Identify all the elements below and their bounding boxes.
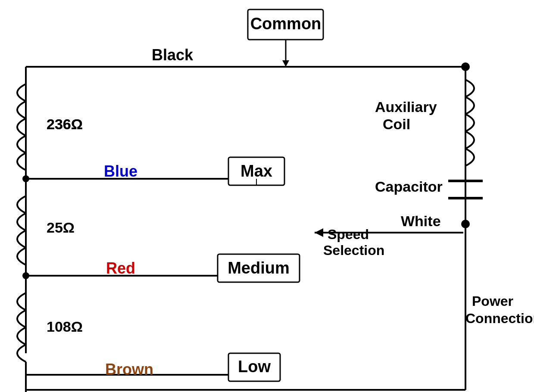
white-label: White — [401, 213, 441, 229]
common-label: Common — [250, 15, 322, 33]
low-label: Low — [238, 358, 271, 376]
brown-label: Brown — [105, 361, 153, 378]
medium-label: Medium — [228, 259, 290, 277]
coil-top — [17, 67, 26, 179]
red-label: Red — [106, 259, 135, 277]
blue-label: Blue — [104, 162, 137, 180]
speed-selection-label: Speed — [328, 227, 369, 242]
auxiliary-coil-label: Auxiliary — [375, 99, 437, 115]
coil-middle — [17, 179, 26, 276]
power-connections-label: Power — [472, 293, 513, 309]
power-connections-label2: Connections — [465, 311, 534, 326]
auxiliary-coil — [465, 80, 474, 181]
black-label: Black — [152, 46, 194, 64]
speed-selection-label2: Selection — [323, 243, 384, 258]
auxiliary-coil-label2: Coil — [383, 116, 410, 132]
wiring-diagram: Common Black 236Ω 236Ω Blue — [0, 0, 534, 392]
coil-bottom — [17, 276, 26, 375]
resistance-3-label: 108Ω — [47, 318, 83, 335]
resistance-2-label: 25Ω — [47, 219, 75, 236]
capacitor-label: Capacitor — [375, 178, 443, 195]
max-label: Max — [240, 162, 272, 180]
svg-marker-5 — [282, 60, 289, 67]
svg-text:236Ω: 236Ω — [47, 116, 83, 132]
svg-marker-32 — [315, 228, 323, 237]
